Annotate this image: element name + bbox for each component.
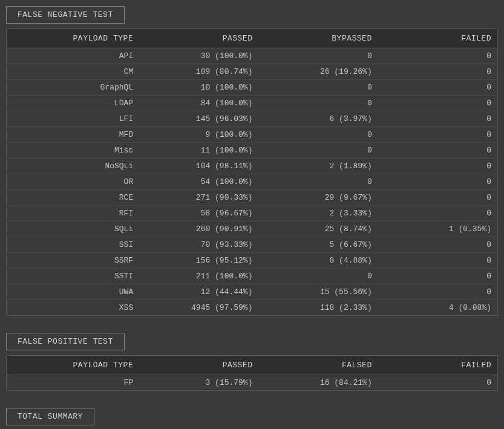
false-negative-title-box: FALSE NEGATIVE TEST (6, 6, 125, 24)
table-cell: RCE (7, 190, 139, 206)
table-cell: 0 (378, 127, 497, 143)
false-positive-table: PAYLOAD TYPE PASSED FALSED FAILED FP3 (1… (7, 356, 497, 390)
table-cell: 104 (98.11%) (139, 159, 258, 174)
table-row: Misc11 (100.0%)00 (7, 143, 497, 159)
table-cell: 3 (15.79%) (139, 375, 258, 391)
table-cell: 0 (378, 64, 497, 80)
table-cell: 10 (100.0%) (139, 80, 258, 96)
table-cell: GraphQL (7, 80, 139, 96)
table-cell: 84 (100.0%) (139, 96, 258, 111)
table-cell: 4945 (97.59%) (139, 300, 258, 316)
false-negative-header-row: PAYLOAD TYPE PASSED BYPASSED FAILED (7, 29, 497, 48)
table-cell: NoSQLi (7, 159, 139, 174)
table-cell: 260 (90.91%) (139, 221, 258, 237)
table-row: UWA12 (44.44%)15 (55.56%)0 (7, 284, 497, 300)
total-summary-title: TOTAL SUMMARY (18, 412, 83, 421)
table-cell: 0 (258, 80, 378, 96)
table-cell: 30 (100.0%) (139, 48, 258, 64)
fn-col-payload: PAYLOAD TYPE (7, 29, 139, 48)
table-cell: 16 (84.21%) (258, 375, 378, 391)
table-cell: 0 (378, 143, 497, 159)
table-cell: CM (7, 64, 139, 80)
table-cell: 0 (258, 143, 378, 159)
table-row: LFI145 (96.03%)6 (3.97%)0 (7, 111, 497, 127)
table-cell: 0 (378, 159, 497, 174)
table-cell: SQLi (7, 221, 139, 237)
table-cell: 2 (1.89%) (258, 159, 378, 174)
table-cell: 58 (96.67%) (139, 206, 258, 221)
table-cell: 109 (80.74%) (139, 64, 258, 80)
table-cell: 70 (93.33%) (139, 237, 258, 253)
table-cell: 0 (258, 127, 378, 143)
table-cell: 145 (96.03%) (139, 111, 258, 127)
table-cell: 25 (8.74%) (258, 221, 378, 237)
fn-col-bypassed: BYPASSED (258, 29, 378, 48)
false-positive-title-box: FALSE POSITIVE TEST (6, 333, 125, 350)
false-positive-section: FALSE POSITIVE TEST PAYLOAD TYPE PASSED … (6, 333, 498, 391)
table-cell: FP (7, 375, 139, 391)
table-cell: 54 (100.0%) (139, 174, 258, 190)
table-cell: UWA (7, 284, 139, 300)
table-cell: 6 (3.97%) (258, 111, 378, 127)
fp-col-failed: FAILED (378, 356, 497, 375)
table-cell: 0 (378, 111, 497, 127)
false-negative-table: PAYLOAD TYPE PASSED BYPASSED FAILED API3… (7, 29, 497, 315)
table-cell: 0 (258, 48, 378, 64)
table-cell: RFI (7, 206, 139, 221)
table-row: RCE271 (90.33%)29 (9.67%)0 (7, 190, 497, 206)
table-cell: SSI (7, 237, 139, 253)
table-row: RFI58 (96.67%)2 (3.33%)0 (7, 206, 497, 221)
table-row: LDAP84 (100.0%)00 (7, 96, 497, 111)
false-positive-header-row: PAYLOAD TYPE PASSED FALSED FAILED (7, 356, 497, 375)
fp-col-payload: PAYLOAD TYPE (7, 356, 139, 375)
table-cell: XSS (7, 300, 139, 316)
table-cell: API (7, 48, 139, 64)
table-cell: LFI (7, 111, 139, 127)
false-negative-title: FALSE NEGATIVE TEST (18, 10, 113, 19)
table-cell: 0 (378, 237, 497, 253)
table-cell: MFD (7, 127, 139, 143)
table-cell: 29 (9.67%) (258, 190, 378, 206)
table-cell: 0 (378, 96, 497, 111)
table-row: CM109 (80.74%)26 (19.26%)0 (7, 64, 497, 80)
fn-col-failed: FAILED (378, 29, 497, 48)
table-cell: 4 (0.08%) (378, 300, 497, 316)
table-row: SSTI211 (100.0%)00 (7, 269, 497, 284)
false-negative-table-wrapper: PAYLOAD TYPE PASSED BYPASSED FAILED API3… (6, 28, 498, 316)
table-cell: 0 (378, 206, 497, 221)
table-cell: 118 (2.33%) (258, 300, 378, 316)
table-cell: LDAP (7, 96, 139, 111)
table-cell: 0 (378, 48, 497, 64)
table-cell: Misc (7, 143, 139, 159)
table-cell: 2 (3.33%) (258, 206, 378, 221)
table-cell: 1 (0.35%) (378, 221, 497, 237)
false-negative-section: FALSE NEGATIVE TEST PAYLOAD TYPE PASSED … (6, 6, 498, 316)
fn-col-passed: PASSED (139, 29, 258, 48)
table-row: API30 (100.0%)00 (7, 48, 497, 64)
fp-col-passed: PASSED (139, 356, 258, 375)
table-cell: 12 (44.44%) (139, 284, 258, 300)
table-cell: 26 (19.26%) (258, 64, 378, 80)
table-row: MFD9 (100.0%)00 (7, 127, 497, 143)
table-row: GraphQL10 (100.0%)00 (7, 80, 497, 96)
table-row: FP3 (15.79%)16 (84.21%)0 (7, 375, 497, 391)
table-cell: 11 (100.0%) (139, 143, 258, 159)
table-cell: 0 (258, 96, 378, 111)
false-positive-title: FALSE POSITIVE TEST (18, 337, 113, 346)
table-row: XSS4945 (97.59%)118 (2.33%)4 (0.08%) (7, 300, 497, 316)
table-cell: 0 (378, 284, 497, 300)
table-cell: 156 (95.12%) (139, 253, 258, 269)
table-cell: 0 (378, 375, 497, 391)
table-cell: 271 (90.33%) (139, 190, 258, 206)
table-row: SQLi260 (90.91%)25 (8.74%)1 (0.35%) (7, 221, 497, 237)
table-cell: 0 (378, 190, 497, 206)
table-cell: SSRF (7, 253, 139, 269)
table-cell: 9 (100.0%) (139, 127, 258, 143)
table-cell: 0 (378, 253, 497, 269)
table-row: SSI70 (93.33%)5 (6.67%)0 (7, 237, 497, 253)
fp-col-falsed: FALSED (258, 356, 378, 375)
table-cell: 0 (258, 174, 378, 190)
table-row: NoSQLi104 (98.11%)2 (1.89%)0 (7, 159, 497, 174)
table-cell: 0 (378, 174, 497, 190)
table-row: SSRF156 (95.12%)8 (4.88%)0 (7, 253, 497, 269)
